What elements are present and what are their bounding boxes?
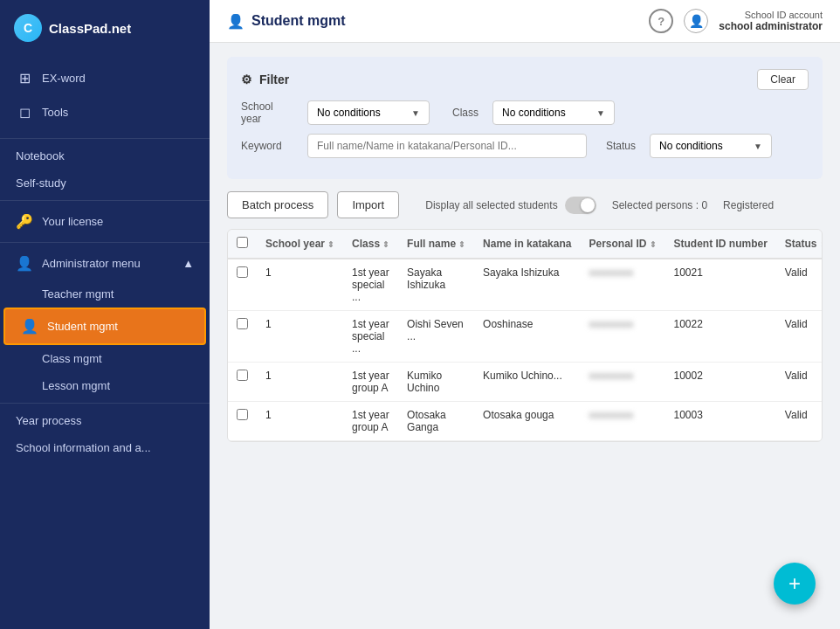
row-checkbox-1[interactable] (237, 318, 248, 329)
sidebar-top-section: ⊞ EX-word ◻ Tools (0, 56, 210, 135)
tools-icon: ◻ (16, 104, 33, 121)
row-status: Valid (776, 363, 823, 402)
status-select[interactable]: No conditions ▼ (650, 134, 772, 158)
th-full-name[interactable]: Full name⇕ (398, 230, 474, 259)
th-checkbox (228, 230, 257, 259)
keyword-input[interactable] (307, 134, 587, 158)
sidebar-item-tools[interactable]: ◻ Tools (0, 95, 210, 129)
logo-icon: C (14, 14, 42, 42)
sidebar-item-school-info[interactable]: School information and a... (0, 434, 210, 461)
row-personal-id: ●●●●●●● (580, 402, 664, 441)
row-class: 1st year special ... (343, 259, 398, 311)
toggle-knob (581, 198, 595, 212)
school-year-select[interactable]: No conditions ▼ (307, 100, 430, 125)
page-title-text: Student mgmt (251, 13, 346, 29)
sidebar-item-class-mgmt[interactable]: Class mgmt (0, 345, 210, 372)
school-year-chevron: ▼ (411, 108, 420, 118)
row-class: 1st year group A (343, 363, 398, 402)
select-all-checkbox[interactable] (237, 237, 248, 248)
sidebar-item-license[interactable]: 🔑 Your license (0, 204, 210, 238)
sidebar-item-selfstudy[interactable]: Self-study (0, 169, 210, 197)
chevron-up-icon: ▲ (182, 257, 194, 270)
class-mgmt-label: Class mgmt (42, 352, 102, 365)
selected-persons-label: Selected persons (612, 199, 693, 211)
sidebar-item-lesson-mgmt[interactable]: Lesson mgmt (0, 372, 210, 399)
row-student-id: 10021 (665, 259, 776, 311)
batch-process-button[interactable]: Batch process (227, 191, 328, 218)
filter-row-2: Keyword Status No conditions ▼ (241, 134, 809, 158)
row-katakana: Ooshinase (474, 311, 580, 363)
key-icon: 🔑 (16, 213, 33, 230)
sidebar-item-notebook[interactable]: Notebook (0, 142, 210, 169)
account-icon[interactable]: 👤 (684, 9, 708, 33)
row-status: Valid (776, 311, 823, 363)
row-status: Valid (776, 259, 823, 311)
status-label: Status (601, 140, 636, 152)
keyword-label: Keyword (241, 140, 293, 152)
class-select[interactable]: No conditions ▼ (492, 100, 615, 125)
page-title-icon: 👤 (227, 13, 244, 30)
row-personal-id: ●●●●●●● (580, 363, 664, 402)
sidebar-item-label-tools: Tools (42, 106, 68, 119)
selected-count: 0 (701, 199, 707, 211)
row-full-name: Sayaka Ishizuka (398, 259, 474, 311)
lesson-mgmt-label: Lesson mgmt (42, 379, 110, 392)
row-student-id: 10022 (665, 311, 776, 363)
row-class: 1st year group A (343, 402, 398, 441)
add-fab[interactable]: + (774, 563, 816, 605)
th-katakana: Name in katakana (474, 230, 580, 259)
sort-pid-icon: ⇕ (650, 240, 657, 249)
sidebar-divider-1 (0, 138, 210, 139)
exword-icon: ⊞ (16, 70, 33, 86)
row-checkbox-cell (228, 402, 257, 441)
row-full-name: Kumiko Uchino (398, 363, 474, 402)
sidebar-divider-2 (0, 200, 210, 201)
table-header-row: School year⇕ Class⇕ Full name⇕ Name in k… (228, 230, 823, 259)
page-title: 👤 Student mgmt (227, 13, 346, 30)
table-row: 1 1st year special ... Sayaka Ishizuka S… (228, 259, 823, 311)
sidebar-item-year-process[interactable]: Year process (0, 407, 210, 434)
row-checkbox-cell (228, 311, 257, 363)
help-button[interactable]: ? (649, 9, 673, 33)
row-checkbox-cell (228, 363, 257, 402)
school-year-label: School year (241, 100, 293, 125)
row-personal-id: ●●●●●●● (580, 259, 664, 311)
sidebar-divider-3 (0, 242, 210, 243)
th-school-year[interactable]: School year⇕ (257, 230, 343, 259)
account-type: School ID account (719, 10, 823, 20)
topbar: 👤 Student mgmt ? 👤 School ID account sch… (210, 0, 840, 43)
display-toggle-switch[interactable] (565, 197, 596, 214)
student-mgmt-label: Student mgmt (47, 320, 118, 333)
th-class[interactable]: Class⇕ (343, 230, 398, 259)
sidebar-item-exword[interactable]: ⊞ EX-word (0, 61, 210, 95)
sidebar-item-teacher-mgmt[interactable]: Teacher mgmt (0, 280, 210, 308)
filter-header: ⚙ Filter Clear (241, 69, 809, 90)
th-status[interactable]: Status⇕ (776, 230, 823, 259)
row-checkbox-0[interactable] (237, 266, 248, 278)
action-bar: Batch process Import Display all selecte… (227, 191, 823, 218)
clear-button[interactable]: Clear (757, 69, 809, 90)
th-personal-id[interactable]: Personal ID⇕ (580, 230, 664, 259)
sidebar-item-student-mgmt[interactable]: 👤 Student mgmt (3, 308, 206, 345)
row-checkbox-3[interactable] (237, 409, 248, 420)
filter-row-1: School year No conditions ▼ Class No con… (241, 100, 809, 125)
student-table: School year⇕ Class⇕ Full name⇕ Name in k… (228, 230, 823, 441)
filter-panel: ⚙ Filter Clear School year No conditions… (227, 57, 823, 179)
row-checkbox-2[interactable] (237, 370, 248, 381)
row-class: 1st year special ... (343, 311, 398, 363)
row-katakana: Sayaka Ishizuka (474, 259, 580, 311)
sort-school-year-icon: ⇕ (327, 240, 334, 249)
logo[interactable]: C ClassPad.net (0, 0, 210, 56)
status-chevron: ▼ (754, 142, 762, 151)
account-role: school administrator (719, 20, 823, 32)
display-toggle-group: Display all selected students (425, 197, 596, 214)
import-button[interactable]: Import (337, 191, 399, 218)
sidebar: C ClassPad.net ⊞ EX-word ◻ Tools Noteboo… (0, 0, 210, 629)
table-row: 1 1st year special ... Oishi Seven ... O… (228, 311, 823, 363)
row-school-year: 1 (257, 402, 343, 441)
admin-menu-header[interactable]: 👤 Administrator menu ▲ (0, 246, 210, 280)
topbar-right: ? 👤 School ID account school administrat… (649, 9, 823, 33)
content-area: ⚙ Filter Clear School year No conditions… (210, 43, 840, 629)
display-toggle-label: Display all selected students (425, 199, 557, 211)
student-icon: 👤 (21, 318, 38, 335)
